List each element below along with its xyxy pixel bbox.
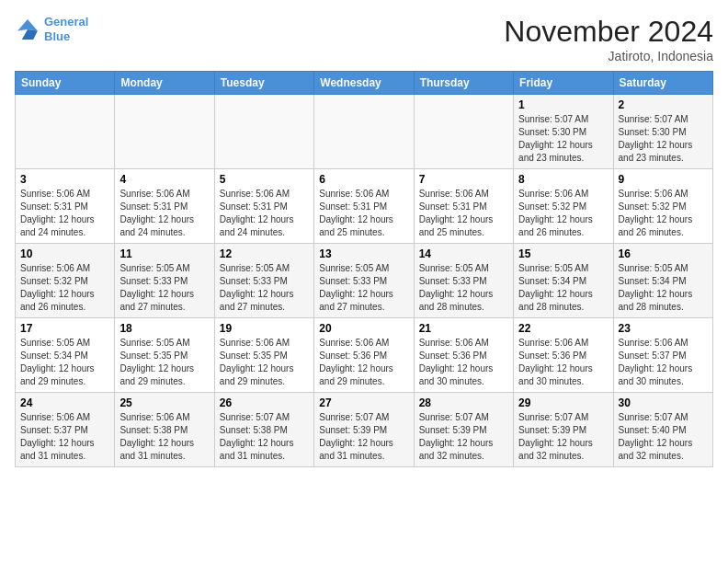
day-info: Sunrise: 5:07 AMSunset: 5:30 PMDaylight:… bbox=[619, 113, 708, 165]
calendar-cell: 11Sunrise: 5:05 AMSunset: 5:33 PMDayligh… bbox=[115, 244, 214, 318]
day-info: Sunrise: 5:07 AMSunset: 5:39 PMDaylight:… bbox=[319, 411, 408, 463]
day-number: 6 bbox=[319, 173, 408, 186]
day-number: 14 bbox=[419, 247, 508, 260]
calendar-cell: 29Sunrise: 5:07 AMSunset: 5:39 PMDayligh… bbox=[514, 393, 613, 467]
calendar-cell: 14Sunrise: 5:05 AMSunset: 5:33 PMDayligh… bbox=[414, 244, 513, 318]
day-info: Sunrise: 5:06 AMSunset: 5:31 PMDaylight:… bbox=[419, 188, 508, 239]
day-info: Sunrise: 5:06 AMSunset: 5:38 PMDaylight:… bbox=[119, 411, 209, 463]
day-number: 11 bbox=[119, 247, 209, 260]
calendar-cell: 24Sunrise: 5:06 AMSunset: 5:37 PMDayligh… bbox=[16, 393, 115, 467]
calendar-week-row: 3Sunrise: 5:06 AMSunset: 5:31 PMDaylight… bbox=[16, 169, 713, 244]
day-info: Sunrise: 5:06 AMSunset: 5:31 PMDaylight:… bbox=[220, 188, 309, 239]
calendar-cell: 7Sunrise: 5:06 AMSunset: 5:31 PMDaylight… bbox=[414, 169, 513, 244]
calendar-cell: 2Sunrise: 5:07 AMSunset: 5:30 PMDaylight… bbox=[613, 95, 712, 169]
day-info: Sunrise: 5:06 AMSunset: 5:32 PMDaylight:… bbox=[518, 188, 608, 239]
calendar-cell: 12Sunrise: 5:05 AMSunset: 5:33 PMDayligh… bbox=[214, 244, 313, 318]
calendar-cell bbox=[214, 95, 313, 169]
weekday-header: Monday bbox=[115, 72, 214, 95]
day-info: Sunrise: 5:06 AMSunset: 5:31 PMDaylight:… bbox=[119, 188, 209, 239]
day-info: Sunrise: 5:06 AMSunset: 5:37 PMDaylight:… bbox=[20, 411, 109, 463]
calendar-week-row: 1Sunrise: 5:07 AMSunset: 5:30 PMDaylight… bbox=[16, 95, 713, 169]
weekday-header: Tuesday bbox=[214, 72, 313, 95]
calendar-cell: 18Sunrise: 5:05 AMSunset: 5:35 PMDayligh… bbox=[115, 318, 214, 393]
weekday-header: Sunday bbox=[16, 72, 115, 95]
logo-line1: General bbox=[44, 15, 88, 29]
calendar-cell: 9Sunrise: 5:06 AMSunset: 5:32 PMDaylight… bbox=[613, 169, 712, 244]
day-number: 9 bbox=[619, 173, 708, 186]
day-number: 13 bbox=[319, 247, 408, 260]
calendar-week-row: 17Sunrise: 5:05 AMSunset: 5:34 PMDayligh… bbox=[16, 318, 713, 393]
day-info: Sunrise: 5:07 AMSunset: 5:39 PMDaylight:… bbox=[419, 411, 508, 463]
day-info: Sunrise: 5:07 AMSunset: 5:40 PMDaylight:… bbox=[619, 411, 708, 463]
day-number: 27 bbox=[319, 396, 408, 409]
calendar-cell: 26Sunrise: 5:07 AMSunset: 5:38 PMDayligh… bbox=[214, 393, 313, 467]
calendar-cell: 5Sunrise: 5:06 AMSunset: 5:31 PMDaylight… bbox=[214, 169, 313, 244]
weekday-header: Wednesday bbox=[314, 72, 414, 95]
day-number: 16 bbox=[619, 247, 708, 260]
day-info: Sunrise: 5:06 AMSunset: 5:36 PMDaylight:… bbox=[419, 337, 508, 388]
calendar: SundayMondayTuesdayWednesdayThursdayFrid… bbox=[15, 71, 713, 467]
calendar-cell: 10Sunrise: 5:06 AMSunset: 5:32 PMDayligh… bbox=[16, 244, 115, 318]
day-number: 19 bbox=[220, 322, 309, 335]
page-header: General Blue November 2024 Jatiroto, Ind… bbox=[15, 15, 713, 63]
logo-icon bbox=[15, 17, 40, 42]
day-info: Sunrise: 5:05 AMSunset: 5:34 PMDaylight:… bbox=[518, 262, 608, 314]
day-number: 1 bbox=[518, 98, 608, 111]
day-info: Sunrise: 5:05 AMSunset: 5:33 PMDaylight:… bbox=[119, 262, 209, 314]
calendar-cell: 4Sunrise: 5:06 AMSunset: 5:31 PMDaylight… bbox=[115, 169, 214, 244]
day-info: Sunrise: 5:06 AMSunset: 5:32 PMDaylight:… bbox=[20, 262, 109, 314]
day-info: Sunrise: 5:06 AMSunset: 5:31 PMDaylight:… bbox=[20, 188, 109, 239]
calendar-cell bbox=[314, 95, 414, 169]
calendar-cell: 19Sunrise: 5:06 AMSunset: 5:35 PMDayligh… bbox=[214, 318, 313, 393]
day-number: 10 bbox=[20, 247, 109, 260]
location: Jatiroto, Indonesia bbox=[504, 49, 713, 63]
day-info: Sunrise: 5:05 AMSunset: 5:35 PMDaylight:… bbox=[119, 337, 209, 388]
day-info: Sunrise: 5:06 AMSunset: 5:36 PMDaylight:… bbox=[319, 337, 408, 388]
calendar-week-row: 10Sunrise: 5:06 AMSunset: 5:32 PMDayligh… bbox=[16, 244, 713, 318]
month-title: November 2024 bbox=[504, 15, 713, 49]
logo: General Blue bbox=[15, 15, 88, 43]
calendar-week-row: 24Sunrise: 5:06 AMSunset: 5:37 PMDayligh… bbox=[16, 393, 713, 467]
day-number: 26 bbox=[220, 396, 309, 409]
calendar-cell: 20Sunrise: 5:06 AMSunset: 5:36 PMDayligh… bbox=[314, 318, 414, 393]
day-number: 4 bbox=[119, 173, 209, 186]
day-number: 29 bbox=[518, 396, 608, 409]
day-number: 30 bbox=[619, 396, 708, 409]
day-number: 25 bbox=[119, 396, 209, 409]
day-info: Sunrise: 5:07 AMSunset: 5:39 PMDaylight:… bbox=[518, 411, 608, 463]
day-info: Sunrise: 5:06 AMSunset: 5:31 PMDaylight:… bbox=[319, 188, 408, 239]
day-info: Sunrise: 5:06 AMSunset: 5:36 PMDaylight:… bbox=[518, 337, 608, 388]
calendar-cell: 15Sunrise: 5:05 AMSunset: 5:34 PMDayligh… bbox=[514, 244, 613, 318]
day-info: Sunrise: 5:05 AMSunset: 5:33 PMDaylight:… bbox=[319, 262, 408, 314]
weekday-header: Saturday bbox=[613, 72, 712, 95]
calendar-cell: 23Sunrise: 5:06 AMSunset: 5:37 PMDayligh… bbox=[613, 318, 712, 393]
calendar-cell bbox=[16, 95, 115, 169]
logo-text: General Blue bbox=[44, 15, 88, 43]
day-info: Sunrise: 5:05 AMSunset: 5:34 PMDaylight:… bbox=[20, 337, 109, 388]
day-info: Sunrise: 5:06 AMSunset: 5:37 PMDaylight:… bbox=[619, 337, 708, 388]
day-number: 22 bbox=[518, 322, 608, 335]
day-info: Sunrise: 5:05 AMSunset: 5:33 PMDaylight:… bbox=[220, 262, 309, 314]
day-info: Sunrise: 5:07 AMSunset: 5:38 PMDaylight:… bbox=[220, 411, 309, 463]
day-info: Sunrise: 5:05 AMSunset: 5:34 PMDaylight:… bbox=[619, 262, 708, 314]
calendar-cell: 3Sunrise: 5:06 AMSunset: 5:31 PMDaylight… bbox=[16, 169, 115, 244]
calendar-cell: 21Sunrise: 5:06 AMSunset: 5:36 PMDayligh… bbox=[414, 318, 513, 393]
calendar-cell: 25Sunrise: 5:06 AMSunset: 5:38 PMDayligh… bbox=[115, 393, 214, 467]
day-number: 17 bbox=[20, 322, 109, 335]
calendar-cell: 1Sunrise: 5:07 AMSunset: 5:30 PMDaylight… bbox=[514, 95, 613, 169]
calendar-cell: 28Sunrise: 5:07 AMSunset: 5:39 PMDayligh… bbox=[414, 393, 513, 467]
weekday-header: Friday bbox=[514, 72, 613, 95]
weekday-header-row: SundayMondayTuesdayWednesdayThursdayFrid… bbox=[16, 72, 713, 95]
calendar-cell: 30Sunrise: 5:07 AMSunset: 5:40 PMDayligh… bbox=[613, 393, 712, 467]
calendar-cell: 17Sunrise: 5:05 AMSunset: 5:34 PMDayligh… bbox=[16, 318, 115, 393]
day-number: 12 bbox=[220, 247, 309, 260]
calendar-cell: 6Sunrise: 5:06 AMSunset: 5:31 PMDaylight… bbox=[314, 169, 414, 244]
day-number: 24 bbox=[20, 396, 109, 409]
day-number: 15 bbox=[518, 247, 608, 260]
calendar-cell: 8Sunrise: 5:06 AMSunset: 5:32 PMDaylight… bbox=[514, 169, 613, 244]
day-info: Sunrise: 5:06 AMSunset: 5:35 PMDaylight:… bbox=[220, 337, 309, 388]
day-info: Sunrise: 5:06 AMSunset: 5:32 PMDaylight:… bbox=[619, 188, 708, 239]
calendar-cell bbox=[414, 95, 513, 169]
day-number: 28 bbox=[419, 396, 508, 409]
calendar-cell: 22Sunrise: 5:06 AMSunset: 5:36 PMDayligh… bbox=[514, 318, 613, 393]
